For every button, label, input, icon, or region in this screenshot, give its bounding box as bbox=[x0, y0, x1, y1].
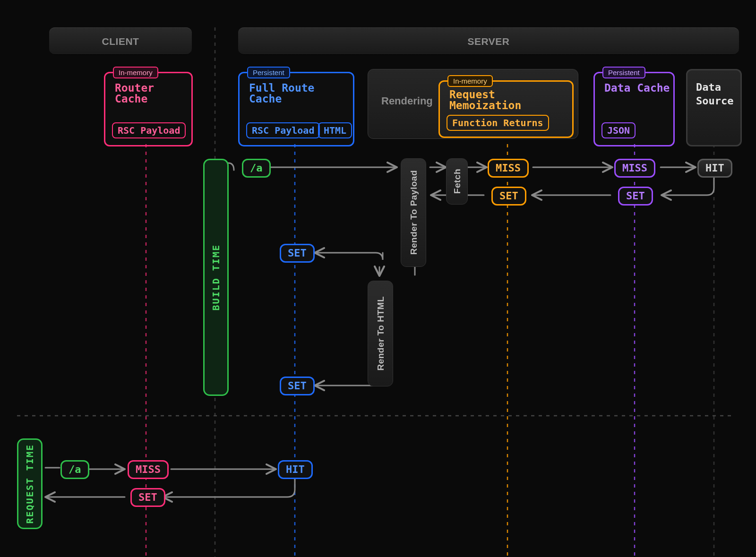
request-memoization-chip: Function Returns bbox=[447, 115, 549, 131]
request-memoization-panel: In-memory Request Memoization Function R… bbox=[438, 80, 574, 138]
full-route-cache-chip-rsc: RSC Payload bbox=[246, 122, 320, 138]
router-cache-badge: In-memory bbox=[113, 67, 158, 78]
data-cache-panel: Persistent Data Cache JSON bbox=[593, 72, 675, 146]
full-cache-set-payload-pill: SET bbox=[280, 244, 315, 263]
request-memoization-badge: In-memory bbox=[447, 75, 493, 87]
full-route-cache-title: Full Route Cache bbox=[249, 83, 353, 104]
rendering-label: Rendering bbox=[381, 96, 433, 106]
router-cache-title: Router Cache bbox=[115, 83, 191, 104]
full-cache-hit-pill: HIT bbox=[278, 460, 313, 479]
build-time-bar: BUILD TIME bbox=[203, 159, 229, 396]
fetch-box: Fetch bbox=[446, 158, 468, 205]
data-set-pill: SET bbox=[618, 187, 653, 206]
source-hit-pill: HIT bbox=[697, 159, 732, 178]
full-cache-set-html-pill: SET bbox=[280, 377, 315, 395]
full-route-cache-badge: Persistent bbox=[247, 67, 290, 78]
data-cache-chip: JSON bbox=[601, 122, 636, 138]
request-time-label: REQUEST TIME bbox=[25, 444, 34, 524]
data-miss-pill: MISS bbox=[614, 159, 655, 178]
request-memoization-title: Request Memoization bbox=[449, 89, 572, 111]
router-cache-chip-rsc: RSC Payload bbox=[112, 122, 186, 138]
render-to-payload-box: Render To Payload bbox=[401, 158, 426, 267]
router-cache-panel: In-memory Router Cache RSC Payload bbox=[104, 72, 193, 146]
data-source-panel: Data Source bbox=[686, 69, 742, 146]
route-a-build: /a bbox=[242, 159, 271, 178]
render-to-html-box: Render To HTML bbox=[368, 281, 393, 386]
router-set-pill: SET bbox=[130, 488, 165, 507]
build-time-label: BUILD TIME bbox=[211, 244, 221, 310]
data-cache-badge: Persistent bbox=[602, 67, 645, 78]
memo-miss-pill: MISS bbox=[488, 159, 529, 178]
data-source-title: Data Source bbox=[696, 81, 740, 108]
route-a-request: /a bbox=[60, 460, 89, 479]
data-cache-title: Data Cache bbox=[604, 83, 670, 94]
full-route-cache-chip-html: HTML bbox=[318, 122, 352, 138]
full-route-cache-panel: Persistent Full Route Cache RSC Payload … bbox=[238, 72, 354, 146]
memo-set-pill: SET bbox=[491, 187, 526, 206]
router-miss-pill: MISS bbox=[128, 460, 169, 479]
request-time-bar: REQUEST TIME bbox=[17, 438, 43, 529]
